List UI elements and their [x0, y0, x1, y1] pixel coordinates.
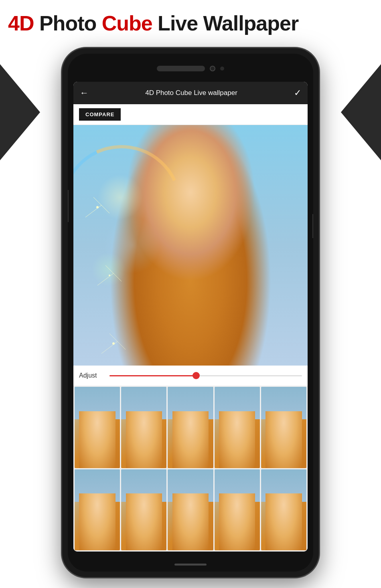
list-item[interactable] [75, 469, 120, 551]
compare-button[interactable]: COMPARE [79, 108, 121, 121]
power-button [312, 214, 313, 238]
list-item[interactable] [261, 387, 306, 468]
title-cube: Cube [102, 12, 152, 35]
adjust-section: Adjust [73, 366, 308, 386]
adjust-label: Adjust [79, 372, 103, 379]
list-item[interactable] [261, 469, 306, 551]
home-bar [174, 564, 207, 566]
phone-inner: ← 4D Photo Cube Live wallpaper ✓ COMPARE [68, 54, 313, 572]
main-photo [73, 125, 308, 366]
speaker-grille [157, 66, 205, 71]
list-item[interactable] [168, 469, 213, 551]
phone-top-bar [157, 66, 224, 71]
bg-decoration-right [341, 64, 381, 160]
list-item[interactable] [168, 387, 213, 468]
sensor-dot [220, 67, 224, 71]
volume-button [68, 190, 69, 222]
back-button[interactable]: ← [80, 88, 89, 98]
page-title: 4D Photo Cube Live Wallpaper [8, 11, 373, 35]
adjust-slider-thumb[interactable] [193, 372, 200, 379]
list-item[interactable] [75, 387, 120, 468]
title-photo: Photo [34, 12, 101, 35]
adjust-slider[interactable] [109, 375, 302, 376]
title-4d: 4D [8, 12, 34, 35]
title-live-wallpaper: Live Wallpaper [152, 12, 299, 35]
list-item[interactable] [121, 469, 166, 551]
list-item[interactable] [215, 387, 260, 468]
app-bar: ← 4D Photo Cube Live wallpaper ✓ [73, 82, 308, 104]
phone-frame: ← 4D Photo Cube Live wallpaper ✓ COMPARE [62, 48, 319, 577]
adjust-slider-fill [109, 375, 196, 376]
bg-decoration-left [0, 64, 40, 160]
phone-screen: ← 4D Photo Cube Live wallpaper ✓ COMPARE [73, 82, 308, 552]
app-bar-title: 4D Photo Cube Live wallpaper [145, 89, 237, 97]
camera-dot [210, 66, 215, 71]
thumbnail-grid [73, 386, 308, 552]
list-item[interactable] [215, 469, 260, 551]
confirm-button[interactable]: ✓ [294, 88, 301, 98]
compare-bar: COMPARE [73, 104, 308, 125]
list-item[interactable] [121, 387, 166, 468]
